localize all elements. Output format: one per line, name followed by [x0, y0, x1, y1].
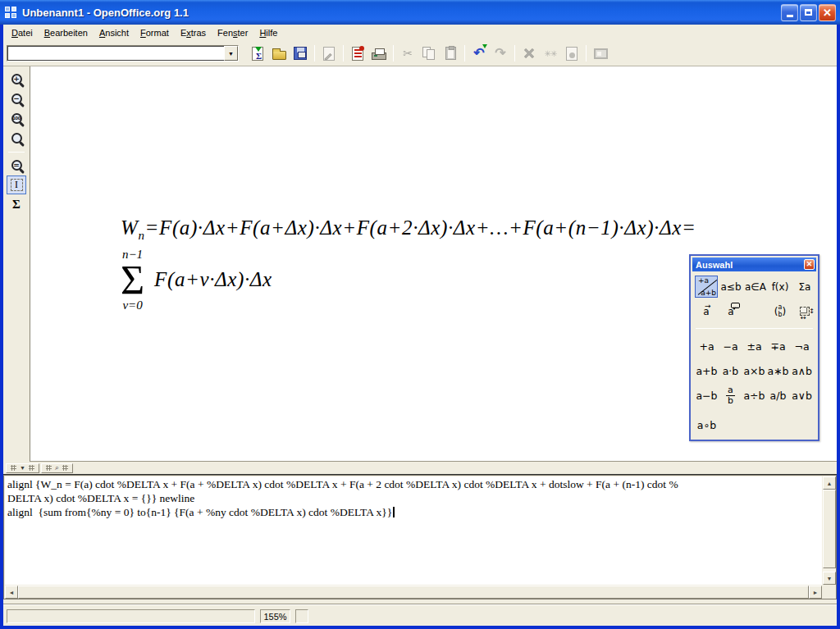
sum-operator: n−1 Σ ν=0 — [121, 248, 144, 312]
category-functions[interactable]: f(x) — [769, 276, 792, 298]
category-set-operations[interactable]: a∈A — [744, 276, 767, 298]
menu-fenster[interactable]: Fenster — [212, 25, 253, 40]
status-message-field — [7, 609, 255, 623]
status-bar: 155% — [3, 604, 837, 626]
open-icon[interactable] — [269, 43, 289, 63]
url-input[interactable] — [7, 46, 224, 61]
maximize-button[interactable] — [800, 4, 817, 21]
symbol-button[interactable]: ab — [719, 384, 742, 407]
hide-panel-handle[interactable]: ▼ — [6, 463, 39, 473]
pin-icon: ⌕ — [55, 463, 59, 472]
menu-format[interactable]: Format — [135, 25, 175, 40]
zoom-100-button[interactable]: 100 — [7, 109, 26, 128]
zoom-out-button[interactable]: − — [7, 89, 26, 108]
commands-window: alignl {W_n = F(a) cdot %DELTA x + F(a +… — [3, 475, 837, 599]
zoom-all-button[interactable] — [7, 129, 26, 148]
category-spacer — [744, 300, 769, 322]
symbol-button[interactable]: a∧b — [790, 359, 814, 382]
commands-editor[interactable]: alignl {W_n = F(a) cdot %DELTA x + F(a +… — [5, 476, 822, 585]
window-border-right — [837, 25, 840, 629]
cut-icon: ✂ — [398, 43, 418, 63]
symbol-button[interactable]: a×b — [742, 359, 766, 382]
toolbar-separator — [586, 45, 587, 62]
zoom-level-field[interactable]: 155% — [260, 609, 290, 623]
speech-bubble-icon: ... — [731, 303, 740, 308]
export-pdf-icon[interactable] — [348, 43, 368, 63]
save-icon[interactable] — [290, 43, 310, 63]
scroll-right-button[interactable]: ► — [809, 586, 822, 599]
menu-hilfe[interactable]: Hilfe — [253, 25, 283, 40]
gallery-icon — [591, 43, 610, 63]
symbol-button[interactable]: ¬a — [790, 335, 814, 358]
brackets-icon: (ab) — [774, 304, 786, 318]
palette-title-bar[interactable]: Auswahl ✕ — [692, 258, 816, 271]
chevron-down-icon: ▼ — [20, 465, 25, 471]
symbol-button[interactable]: ∓a — [766, 335, 790, 358]
symbol-button[interactable]: −a — [719, 335, 742, 358]
zoom-in-button[interactable]: + — [7, 70, 26, 89]
category-unary-binary-operators[interactable]: +aa+b — [695, 276, 718, 298]
grip-dots-icon — [62, 465, 68, 471]
chevron-down-icon: ▼ — [228, 51, 234, 57]
symbol-button[interactable]: a+b — [695, 359, 719, 382]
category-others[interactable]: a... — [719, 300, 742, 322]
formula-cursor-button[interactable]: I — [7, 175, 26, 194]
edit-file-icon — [319, 43, 339, 63]
combobox-dropdown-button[interactable]: ▼ — [224, 46, 238, 61]
symbol-button[interactable]: +a — [695, 335, 719, 358]
symbols-icon: Σ — [12, 198, 21, 212]
commands-vertical-scrollbar[interactable]: ▲ ▼ — [823, 476, 836, 585]
vertical-scroll-thumb[interactable] — [823, 490, 836, 568]
palette-category-row-2: a→a...(ab)↕↔ — [695, 300, 818, 322]
category-brackets[interactable]: (ab) — [769, 300, 792, 322]
stick-panel-handle[interactable]: ⌕ — [41, 463, 73, 473]
horizontal-scroll-thumb[interactable] — [18, 586, 809, 599]
window-border-bottom — [0, 626, 840, 629]
minimize-button[interactable] — [781, 4, 798, 21]
category-operators[interactable]: Σa — [793, 276, 816, 298]
category-attributes[interactable]: a→ — [695, 300, 718, 322]
zoom-all-icon — [11, 133, 22, 144]
close-button[interactable]: ✕ — [819, 4, 836, 21]
menu-bearbeiten[interactable]: Bearbeiten — [39, 25, 94, 40]
splitter[interactable] — [3, 474, 837, 475]
tools-sidebar: +−100=IΣ — [3, 66, 30, 462]
update-view-icon: = — [11, 160, 22, 171]
title-bar[interactable]: Unbenannt1 - OpenOffice.org 1.1 ✕ — [0, 0, 840, 25]
scroll-up-button[interactable]: ▲ — [823, 476, 836, 490]
menu-extras[interactable]: Extras — [175, 25, 212, 40]
text-cursor — [393, 507, 395, 517]
symbol-button[interactable]: a∘b — [695, 413, 719, 436]
print-icon[interactable] — [369, 43, 389, 63]
arrow-down-icon: ▼ — [827, 576, 833, 581]
symbol-button[interactable]: a−b — [695, 384, 719, 407]
category-formats[interactable]: ↕↔ — [793, 300, 816, 322]
symbols-button[interactable]: Σ — [7, 195, 26, 214]
url-combobox[interactable]: ▼ — [7, 45, 239, 62]
symbol-button[interactable]: a/b — [766, 384, 790, 407]
menu-ansicht[interactable]: Ansicht — [94, 25, 135, 40]
symbol-button[interactable]: a÷b — [742, 384, 766, 407]
scroll-down-button[interactable]: ▼ — [823, 572, 836, 585]
zoom-in-icon: + — [11, 74, 22, 84]
modified-flag-field — [295, 609, 308, 623]
menu-datei[interactable]: Datei — [6, 25, 39, 40]
minimize-icon — [787, 15, 793, 17]
toolbar-separator — [393, 45, 394, 62]
category-relations[interactable]: a≤b — [719, 276, 742, 298]
commands-horizontal-scrollbar[interactable]: ◄ ► — [5, 586, 822, 599]
arrow-left-icon: ◄ — [9, 590, 15, 595]
symbol-button[interactable]: a∨b — [790, 384, 814, 407]
palette-category-row-1: +aa+ba≤ba∈Af(x)Σa — [695, 276, 818, 298]
symbol-button[interactable]: a∗b — [766, 359, 790, 382]
undo-icon[interactable]: ↶ — [469, 43, 489, 63]
scroll-left-button[interactable]: ◄ — [5, 586, 18, 599]
command-line: DELTA x) cdot %DELTA x = {}} newline — [7, 491, 819, 505]
palette-close-button[interactable]: ✕ — [804, 259, 815, 270]
new-formula-icon[interactable]: Σ — [248, 43, 267, 63]
update-view-button[interactable]: = — [7, 156, 26, 175]
sum-body: F(a+ν·Δx)·Δx — [154, 268, 272, 291]
function-toolbar: ▼ Σ✂↶↷✳✳ — [3, 41, 837, 66]
symbol-button[interactable]: ±a — [742, 335, 766, 358]
symbol-button[interactable]: a·b — [719, 359, 742, 382]
